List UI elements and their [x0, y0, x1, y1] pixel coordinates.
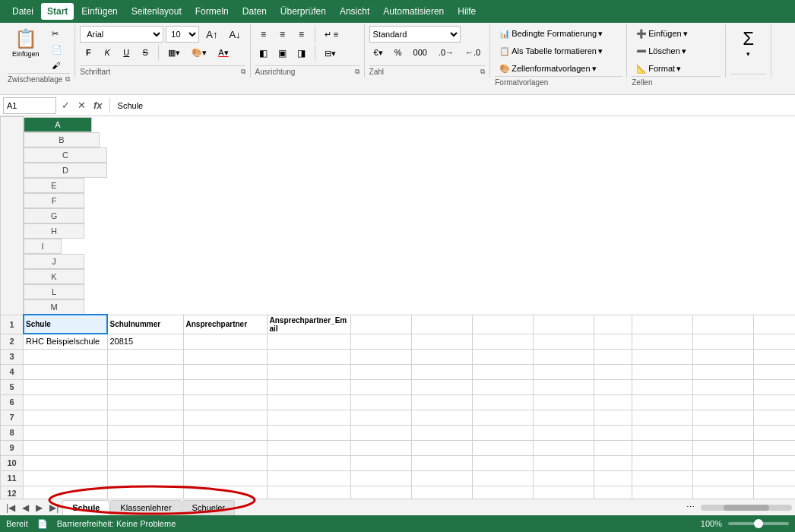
col-header-e[interactable]: E: [24, 178, 84, 193]
percent-button[interactable]: %: [390, 45, 407, 60]
merge-button[interactable]: ⊟▾: [320, 46, 340, 61]
col-header-c[interactable]: C: [24, 147, 107, 163]
increase-decimal-button[interactable]: .0→: [434, 45, 458, 60]
data-cell[interactable]: [533, 486, 594, 499]
data-cell[interactable]: RHC Beispielschule: [24, 334, 108, 349]
data-cell[interactable]: [472, 349, 533, 364]
data-cell[interactable]: [350, 315, 411, 334]
data-cell[interactable]: [350, 455, 411, 470]
data-cell[interactable]: Ansprechpartner_Email: [267, 315, 350, 334]
align-right-button[interactable]: ◨: [293, 45, 310, 62]
data-cell[interactable]: [267, 410, 350, 425]
col-header-j[interactable]: J: [24, 254, 84, 269]
data-cell[interactable]: [350, 425, 411, 440]
data-cell[interactable]: [632, 379, 692, 394]
decrease-font-button[interactable]: A↓: [224, 27, 245, 42]
data-cell[interactable]: [594, 425, 632, 440]
col-header-f[interactable]: F: [24, 193, 84, 208]
menu-start[interactable]: Start: [41, 3, 74, 20]
data-cell[interactable]: [472, 440, 533, 455]
data-cell[interactable]: [107, 440, 183, 455]
data-cell[interactable]: [753, 349, 795, 364]
data-cell[interactable]: [183, 425, 267, 440]
data-cell[interactable]: Schule: [24, 315, 108, 334]
increase-font-button[interactable]: A↑: [201, 27, 222, 42]
data-cell[interactable]: [632, 334, 692, 349]
horizontal-scrollbar[interactable]: [701, 505, 792, 511]
wrap-text-button[interactable]: ↵ ≡: [320, 27, 343, 42]
zoom-slider[interactable]: [728, 522, 789, 525]
data-cell[interactable]: [753, 315, 795, 334]
data-cell[interactable]: [753, 334, 795, 349]
data-cell[interactable]: [267, 470, 350, 486]
data-cell[interactable]: [594, 410, 632, 425]
data-cell[interactable]: [472, 410, 533, 425]
data-cell[interactable]: [267, 394, 350, 410]
col-header-g[interactable]: G: [24, 208, 84, 223]
data-cell[interactable]: [632, 394, 692, 410]
data-cell[interactable]: [692, 410, 753, 425]
number-format-select[interactable]: Standard: [369, 26, 461, 43]
menu-datei[interactable]: Datei: [6, 3, 40, 20]
data-cell[interactable]: [594, 440, 632, 455]
format-button[interactable]: 📐 Format ▾: [632, 61, 686, 76]
data-cell[interactable]: [533, 455, 594, 470]
thousands-button[interactable]: 000: [409, 45, 432, 60]
tab-nav-next[interactable]: ▶: [33, 502, 46, 513]
data-cell[interactable]: [632, 410, 692, 425]
data-cell[interactable]: [533, 379, 594, 394]
data-cell[interactable]: [411, 486, 472, 499]
underline-button[interactable]: U: [118, 45, 135, 60]
data-cell[interactable]: [107, 410, 183, 425]
data-cell[interactable]: [472, 334, 533, 349]
data-cell[interactable]: [350, 486, 411, 499]
col-header-l[interactable]: L: [24, 284, 84, 299]
data-cell[interactable]: [594, 486, 632, 499]
data-cell[interactable]: [594, 379, 632, 394]
zellenformatvorlagen-button[interactable]: 🎨 Zellenformatvorlagen ▾: [495, 61, 600, 76]
data-cell[interactable]: [533, 440, 594, 455]
align-top-center-button[interactable]: ≡: [274, 26, 291, 43]
data-cell[interactable]: [267, 349, 350, 364]
data-cell[interactable]: Ansprechpartner: [183, 315, 267, 334]
cut-button[interactable]: ✂: [47, 26, 67, 41]
data-cell[interactable]: [632, 425, 692, 440]
data-cell[interactable]: [107, 394, 183, 410]
data-cell[interactable]: [411, 425, 472, 440]
col-header-m[interactable]: M: [24, 299, 84, 315]
data-cell[interactable]: [24, 364, 108, 379]
data-cell[interactable]: [533, 410, 594, 425]
data-cell[interactable]: [267, 379, 350, 394]
font-color-button[interactable]: A▾: [214, 45, 233, 60]
menu-seitenlayout[interactable]: Seitenlayout: [125, 3, 188, 20]
data-cell[interactable]: [692, 349, 753, 364]
bedingte-formatierung-button[interactable]: 📊 Bedingte Formatierung ▾: [495, 26, 607, 41]
data-cell[interactable]: [24, 410, 108, 425]
data-cell[interactable]: [183, 349, 267, 364]
data-cell[interactable]: [533, 425, 594, 440]
data-cell[interactable]: [632, 470, 692, 486]
data-cell[interactable]: [632, 349, 692, 364]
data-cell[interactable]: [267, 440, 350, 455]
data-cell[interactable]: [267, 334, 350, 349]
loeschen-button[interactable]: ➖ Löschen ▾: [632, 43, 691, 59]
data-cell[interactable]: [350, 470, 411, 486]
data-cell[interactable]: [183, 379, 267, 394]
col-header-h[interactable]: H: [24, 223, 84, 239]
data-cell[interactable]: [472, 425, 533, 440]
data-cell[interactable]: [183, 455, 267, 470]
data-cell[interactable]: 20815: [107, 334, 183, 349]
italic-button[interactable]: K: [99, 45, 116, 60]
data-cell[interactable]: [692, 379, 753, 394]
data-cell[interactable]: [692, 470, 753, 486]
data-cell[interactable]: [692, 334, 753, 349]
data-cell[interactable]: [533, 315, 594, 334]
ausrichtung-expand[interactable]: ⧉: [355, 68, 359, 76]
data-cell[interactable]: [24, 470, 108, 486]
data-cell[interactable]: [350, 379, 411, 394]
data-cell[interactable]: [411, 455, 472, 470]
schriftart-expand[interactable]: ⧉: [241, 68, 245, 76]
data-cell[interactable]: [107, 425, 183, 440]
data-cell[interactable]: [183, 470, 267, 486]
align-top-right-button[interactable]: ≡: [293, 26, 310, 43]
